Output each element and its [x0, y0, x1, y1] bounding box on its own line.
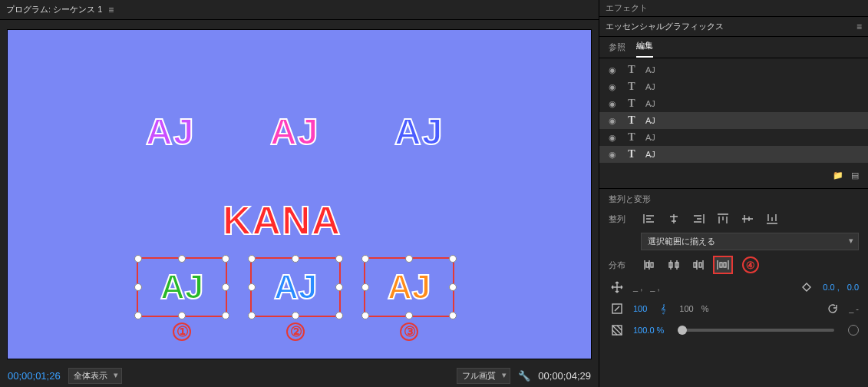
position-row: _ , _ , 0.0 , 0.0 [599, 276, 868, 298]
align-to-dropdown[interactable]: 選択範囲に揃える [641, 233, 859, 250]
new-group-icon[interactable]: 📁 [833, 170, 843, 180]
scale-icon[interactable] [609, 301, 625, 316]
timecode-in[interactable]: 00;00;01;26 [8, 370, 61, 382]
text-layer-icon: T [625, 114, 638, 127]
timecode-out[interactable]: 00;00;04;29 [538, 370, 591, 382]
essential-graphics-title: エッセンシャルグラフィックス [606, 21, 724, 32]
align-row: 整列 [599, 208, 868, 230]
selected-clip-1[interactable]: AJ [137, 257, 227, 317]
opacity-row: 100.0 % [599, 319, 868, 341]
eg-tabs: 参照 編集 [599, 37, 868, 58]
distribute-center-h-icon[interactable] [665, 257, 682, 273]
tab-browse[interactable]: 参照 [609, 41, 625, 58]
program-title: プログラム: シーケンス 1 [6, 4, 102, 15]
align-center-v-icon[interactable] [739, 211, 756, 227]
keyframe-toggle-icon[interactable] [848, 325, 859, 336]
annotation-3: ③ [404, 323, 416, 340]
settings-wrench-icon[interactable]: 🔧 [518, 370, 530, 382]
visibility-eye-icon[interactable]: ◉ [607, 82, 618, 92]
scale-value[interactable]: 100 [633, 304, 647, 313]
visibility-eye-icon[interactable]: ◉ [607, 116, 618, 126]
layer-list: ◉TAJ ◉TAJ ◉TAJ ◉TAJ ◉TAJ ◉TAJ [599, 58, 868, 166]
text-layer-icon: T [625, 98, 638, 110]
align-right-icon[interactable] [690, 211, 707, 227]
rotation-value[interactable]: _ - [849, 304, 859, 313]
distribute-left-icon[interactable] [641, 257, 658, 273]
annotation-2: ② [290, 323, 302, 340]
visibility-eye-icon[interactable]: ◉ [607, 65, 618, 75]
new-layer-icon[interactable]: ▤ [851, 170, 859, 180]
canvas-text-kana[interactable]: KANA [223, 197, 341, 243]
visibility-eye-icon[interactable]: ◉ [607, 99, 618, 109]
opacity-slider[interactable] [678, 329, 834, 332]
move-icon[interactable] [609, 280, 625, 295]
opacity-icon[interactable] [609, 322, 625, 338]
layer-row[interactable]: ◉TAJ [599, 146, 868, 163]
scale-link-value[interactable]: 100 [679, 304, 693, 313]
essential-graphics-panel: エッセンシャルグラフィックス ≡ 参照 編集 ◉TAJ ◉TAJ ◉TAJ ◉T… [599, 17, 868, 387]
annotation-4: ④ [742, 256, 759, 273]
zoom-dropdown[interactable]: 全体表示 [68, 368, 122, 384]
text-layer-icon: T [625, 131, 638, 144]
anchor-x[interactable]: 0.0 , [823, 283, 839, 292]
layer-row[interactable]: ◉TAJ [599, 129, 868, 146]
canvas-text-aj-3[interactable]: AJ [394, 111, 443, 153]
rotation-icon[interactable] [824, 301, 841, 316]
tab-edit[interactable]: 編集 [636, 40, 653, 58]
distribute-row: 分布 ④ [599, 253, 868, 276]
effects-panel-header[interactable]: エフェクト [599, 0, 868, 17]
distribute-horizontal-space-icon[interactable] [715, 257, 731, 273]
visibility-eye-icon[interactable]: ◉ [607, 133, 618, 143]
canvas-text-aj-1[interactable]: AJ [146, 111, 194, 153]
align-top-icon[interactable] [715, 211, 731, 227]
visibility-eye-icon[interactable]: ◉ [607, 150, 618, 160]
selection-handles[interactable] [138, 259, 226, 316]
layer-row[interactable]: ◉TAJ [599, 78, 868, 95]
canvas-text-aj-2[interactable]: AJ [270, 111, 318, 153]
layer-row[interactable]: ◉TAJ [599, 61, 868, 78]
quality-dropdown[interactable]: フル画質 [457, 368, 510, 384]
align-center-h-icon[interactable] [665, 211, 682, 227]
text-layer-icon: T [625, 148, 638, 160]
selection-handles[interactable] [252, 259, 339, 316]
program-header: プログラム: シーケンス 1 ≡ [0, 0, 599, 20]
program-monitor-panel: プログラム: シーケンス 1 ≡ AJ AJ AJ KANA AJ AJ [0, 0, 599, 387]
text-layer-icon: T [625, 64, 638, 76]
opacity-value[interactable]: 100.0 % [633, 326, 664, 335]
link-icon[interactable]: 𝄞 [655, 301, 672, 316]
layer-row[interactable]: ◉TAJ [599, 95, 868, 112]
anchor-y[interactable]: 0.0 [847, 283, 859, 292]
selected-clip-3[interactable]: AJ [364, 257, 454, 317]
scale-row: 100 𝄞 100 % _ - [599, 298, 868, 319]
position-y[interactable]: _ , [650, 283, 659, 292]
selected-clip-2[interactable]: AJ [250, 257, 341, 317]
align-left-icon[interactable] [641, 211, 658, 227]
panel-menu-icon[interactable]: ≡ [108, 5, 114, 15]
annotation-1: ① [177, 323, 189, 340]
text-layer-icon: T [625, 81, 638, 93]
distribute-right-icon[interactable] [690, 257, 707, 273]
effects-panel-title: エフェクト [606, 2, 648, 14]
program-footer: 00;00;01;26 全体表示 フル画質 🔧 00;00;04;29 [0, 364, 599, 387]
position-x[interactable]: _ , [633, 283, 642, 292]
anchor-point-icon[interactable] [798, 280, 815, 295]
layer-row[interactable]: ◉TAJ [599, 112, 868, 129]
selection-handles[interactable] [365, 259, 453, 316]
right-column: エフェクト エッセンシャルグラフィックス ≡ 参照 編集 ◉TAJ ◉TAJ ◉… [599, 0, 868, 387]
align-bottom-icon[interactable] [764, 211, 781, 227]
section-align-transform: 整列と変形 [599, 188, 868, 208]
program-canvas[interactable]: AJ AJ AJ KANA AJ AJ [8, 30, 591, 359]
panel-menu-icon[interactable]: ≡ [856, 22, 862, 32]
